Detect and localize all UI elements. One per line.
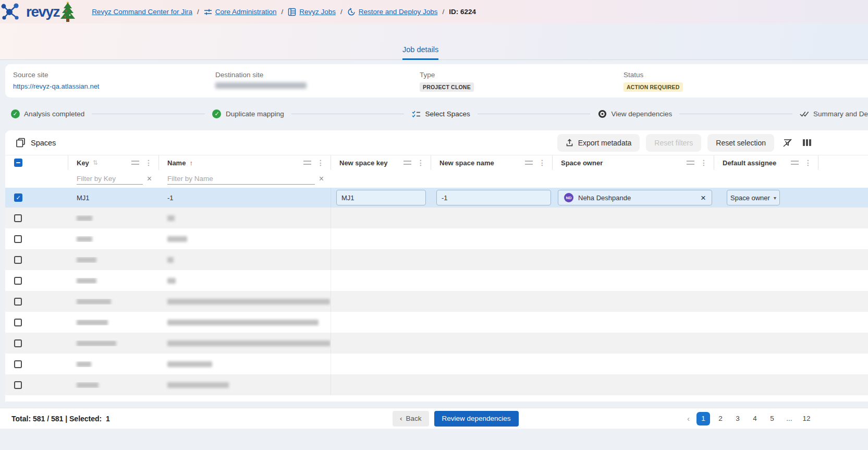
revyz-logo[interactable]: revyz — [0, 1, 79, 23]
default-assignee-dropdown[interactable]: Space owner ▾ — [727, 190, 780, 205]
column-drag-handle[interactable] — [404, 161, 411, 165]
pagination-page[interactable]: 2 — [714, 412, 727, 425]
review-dependencies-button[interactable]: Review dependencies — [434, 411, 519, 427]
pagination-prev-icon[interactable]: ‹ — [684, 414, 693, 423]
column-menu-icon[interactable]: ⋮ — [700, 159, 707, 166]
select-all-checkbox[interactable] — [14, 159, 22, 167]
table-toolbar: Export metadata Reset filters Reset sele… — [557, 134, 813, 152]
remove-owner-icon[interactable]: × — [701, 193, 706, 202]
reset-filters-button[interactable]: Reset filters — [646, 134, 701, 152]
name-cell: -1 — [159, 188, 331, 208]
breadcrumb-restore-deploy[interactable]: Restore and Deploy Jobs — [347, 8, 438, 16]
breadcrumb-revyz-jobs[interactable]: Revyz Jobs — [288, 8, 336, 16]
column-header-new-space-name[interactable]: New space name ⋮ — [431, 155, 553, 170]
row-checkbox-checked[interactable]: ✓ — [14, 193, 22, 202]
pagination-page[interactable]: 4 — [748, 412, 762, 425]
pagination-pages: 12345...12 — [696, 412, 813, 425]
source-site-link[interactable]: https://revyz-qa.atlassian.net — [13, 82, 99, 90]
source-site-label: Source site — [13, 71, 210, 79]
pagination-page[interactable]: 5 — [765, 412, 779, 425]
column-drag-handle[interactable] — [131, 161, 139, 165]
breadcrumb-separator: / — [282, 8, 284, 16]
chevron-down-icon: ▾ — [774, 195, 776, 201]
key-filter-input[interactable] — [77, 173, 143, 185]
column-drag-handle[interactable] — [525, 161, 533, 165]
table-row[interactable] — [5, 249, 868, 270]
check-circle-icon: ✓ — [212, 110, 221, 118]
breadcrumb-core-administration[interactable]: Core Administration — [204, 8, 277, 16]
table-filter-row: × × — [5, 170, 868, 188]
row-checkbox[interactable] — [14, 277, 22, 285]
table-header-row: Key ⇅ ⋮ Name ↑ ⋮ New space key ⋮ New spa… — [5, 155, 868, 170]
table-row[interactable] — [5, 270, 868, 291]
column-menu-icon[interactable]: ⋮ — [804, 159, 812, 166]
column-menu-icon[interactable]: ⋮ — [417, 159, 424, 166]
table-row[interactable] — [5, 312, 868, 333]
name-cell-redacted — [159, 354, 331, 374]
column-settings-button[interactable] — [801, 137, 813, 148]
row-checkbox[interactable] — [14, 381, 22, 389]
restore-clock-icon — [347, 8, 356, 16]
row-checkbox[interactable] — [14, 339, 22, 347]
export-metadata-button[interactable]: Export metadata — [557, 134, 640, 152]
table-row-selected[interactable]: ✓ MJ1 -1 ND Neha Deshpande × Space owner… — [5, 188, 868, 208]
breadcrumb-label: Revyz Command Center for Jira — [92, 8, 192, 16]
column-drag-handle[interactable] — [687, 161, 694, 165]
key-cell-redacted — [68, 236, 159, 242]
jobs-grid-icon — [288, 8, 296, 16]
check-circle-icon: ✓ — [11, 110, 20, 118]
name-cell-redacted — [159, 270, 331, 291]
new-space-name-input[interactable] — [436, 190, 551, 205]
space-owner-picker[interactable]: ND Neha Deshpande × — [558, 190, 712, 205]
row-checkbox[interactable] — [14, 360, 22, 368]
back-button[interactable]: ‹ Back — [393, 411, 429, 427]
table-row[interactable] — [5, 228, 868, 249]
row-checkbox[interactable] — [14, 235, 22, 243]
table-row[interactable] — [5, 291, 868, 312]
tab-job-details[interactable]: Job details — [402, 45, 438, 60]
pagination-page[interactable]: 1 — [696, 412, 710, 425]
sliders-icon — [204, 8, 212, 16]
row-checkbox[interactable] — [14, 256, 22, 264]
step-label: Analysis completed — [24, 110, 84, 118]
name-cell-redacted — [159, 312, 331, 333]
row-checkbox[interactable] — [14, 319, 22, 326]
column-header-default-assignee[interactable]: Default assignee ⋮ — [714, 155, 818, 170]
breadcrumb-label: Core Administration — [215, 8, 277, 16]
column-header-name[interactable]: Name ↑ ⋮ — [159, 155, 331, 170]
column-drag-handle[interactable] — [791, 161, 799, 165]
key-cell: MJ1 — [68, 194, 159, 202]
table-row[interactable] — [5, 354, 868, 374]
column-menu-icon[interactable]: ⋮ — [539, 159, 546, 166]
breadcrumb-command-center[interactable]: Revyz Command Center for Jira — [92, 8, 192, 16]
key-cell-redacted — [68, 299, 159, 305]
row-checkbox[interactable] — [14, 298, 22, 306]
column-drag-handle[interactable] — [303, 161, 311, 165]
clear-name-filter-icon[interactable]: × — [319, 175, 324, 183]
table-row[interactable] — [5, 333, 868, 354]
column-header-space-owner[interactable]: Space owner ⋮ — [553, 155, 714, 170]
pagination-page[interactable]: 3 — [731, 412, 744, 425]
reset-selection-button[interactable]: Reset selection — [707, 134, 774, 152]
new-space-key-input[interactable] — [336, 190, 426, 205]
table-row[interactable] — [5, 374, 868, 395]
top-navbar: revyz Revyz Command Center for Jira / Co… — [0, 0, 868, 23]
pagination-page[interactable]: 12 — [800, 412, 813, 425]
eye-icon — [597, 110, 607, 119]
column-menu-icon[interactable]: ⋮ — [145, 159, 152, 166]
name-cell-redacted — [159, 208, 331, 228]
type-label: Type — [420, 71, 618, 79]
clear-filter-icon-button[interactable] — [780, 136, 794, 150]
column-header-key[interactable]: Key ⇅ ⋮ — [68, 155, 159, 170]
table-row[interactable] — [5, 208, 868, 228]
column-menu-icon[interactable]: ⋮ — [317, 159, 324, 166]
name-filter-input[interactable] — [167, 173, 315, 185]
row-checkbox[interactable] — [14, 214, 22, 222]
pagination: ‹ 12345...12 — [684, 412, 813, 425]
step-label: Duplicate mapping — [226, 110, 284, 118]
card-title: Spaces — [31, 139, 56, 147]
column-header-new-space-key[interactable]: New space key ⋮ — [331, 155, 431, 170]
clear-key-filter-icon[interactable]: × — [147, 175, 152, 183]
name-cell-redacted — [159, 291, 331, 312]
key-cell-redacted — [68, 278, 159, 284]
